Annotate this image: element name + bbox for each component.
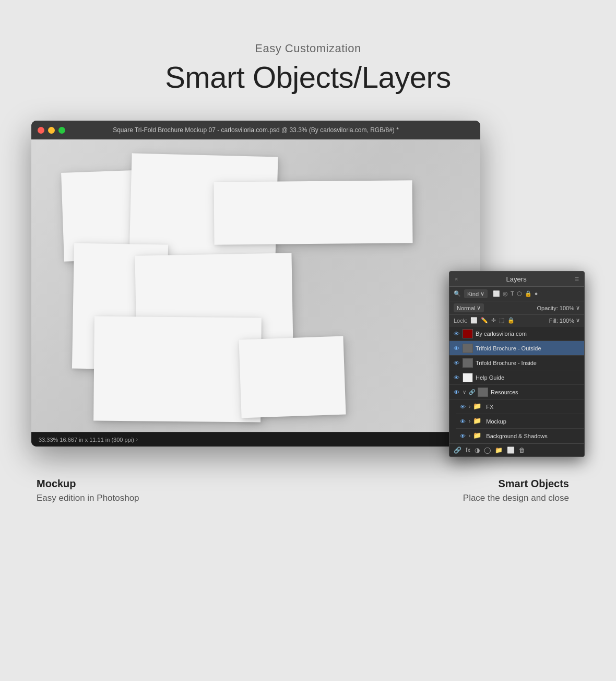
lock-checkerboard-icon[interactable]: ⬜ bbox=[470, 317, 478, 324]
folder-icon[interactable]: 📁 bbox=[495, 447, 503, 454]
layer-thumb-7: 📁 bbox=[473, 417, 483, 426]
bottom-section: Mockup Easy edition in Photoshop Smart O… bbox=[31, 478, 585, 503]
eye-icon-4: 👁 bbox=[454, 374, 459, 381]
photoshop-window: Square Tri-Fold Brochure Mockup 07 - car… bbox=[31, 121, 480, 447]
blend-mode-label: Normal bbox=[457, 305, 475, 311]
paper-mockup-7 bbox=[239, 336, 346, 418]
folder-expand-5[interactable]: ∨ bbox=[463, 389, 466, 395]
filter-kind-dropdown[interactable]: Kind ∨ bbox=[464, 289, 488, 298]
link-icon[interactable]: 🔗 bbox=[454, 447, 461, 454]
layer-row-8[interactable]: 👁 › 📁 Background & Shadows bbox=[456, 429, 584, 443]
layer-row-5[interactable]: 👁 ∨ 🔗 Resources bbox=[449, 385, 584, 400]
filter-smart-icon[interactable]: 🔒 bbox=[525, 290, 532, 297]
header-subtitle: Easy Customization bbox=[165, 42, 451, 55]
layer-name-6: FX bbox=[486, 404, 581, 410]
layer-thumb-1 bbox=[463, 329, 473, 338]
layer-visibility-6[interactable]: 👁 bbox=[459, 403, 466, 410]
paper-mockup-3 bbox=[214, 180, 412, 244]
layer-visibility-4[interactable]: 👁 bbox=[453, 374, 460, 381]
blend-mode-bar: Normal ∨ Opacity: 100% ∨ bbox=[449, 301, 584, 315]
smart-objects-info: Smart Objects Place the design and close bbox=[463, 478, 579, 503]
layer-visibility-7[interactable]: 👁 bbox=[459, 418, 466, 425]
filter-shape-icon[interactable]: ⬡ bbox=[517, 290, 522, 297]
eye-icon-6: 👁 bbox=[460, 404, 466, 410]
opacity-control[interactable]: Opacity: 100% ∨ bbox=[537, 304, 581, 311]
layer-visibility-5[interactable]: 👁 bbox=[453, 389, 460, 396]
folder-expand-8[interactable]: › bbox=[469, 433, 470, 439]
paper-mockup-6 bbox=[93, 316, 262, 422]
lock-brush-icon[interactable]: ✏️ bbox=[481, 317, 488, 324]
filter-adjustment-icon[interactable]: ◎ bbox=[503, 290, 508, 297]
fx-icon[interactable]: fx bbox=[466, 447, 470, 454]
filter-dot-icon[interactable]: ● bbox=[535, 290, 538, 297]
layer-thumb-4 bbox=[463, 373, 473, 382]
panel-close[interactable]: × bbox=[455, 276, 458, 282]
content-wrapper: Square Tri-Fold Brochure Mockup 07 - car… bbox=[31, 121, 585, 447]
eye-icon-8: 👁 bbox=[460, 433, 466, 439]
layer-name-8: Background & Shadows bbox=[486, 433, 581, 439]
new-layer-icon[interactable]: ⬜ bbox=[507, 447, 515, 454]
layer-row-3[interactable]: 👁 Trifold Brochure - Inside bbox=[449, 356, 584, 370]
layer-thumb-8: 📁 bbox=[473, 431, 483, 441]
titlebar: Square Tri-Fold Brochure Mockup 07 - car… bbox=[31, 121, 480, 139]
layer-row-7[interactable]: 👁 › 📁 Mockup bbox=[456, 414, 584, 429]
status-text: 33.33% 16.667 in x 11.11 in (300 ppi) bbox=[39, 437, 134, 443]
fill-label: Fill: bbox=[549, 318, 558, 324]
layers-footer: 🔗 fx ◑ ◯ 📁 ⬜ 🗑 bbox=[449, 443, 584, 456]
layer-visibility-2[interactable]: 👁 bbox=[453, 345, 460, 352]
window-title: Square Tri-Fold Brochure Mockup 07 - car… bbox=[113, 126, 399, 134]
eye-icon-7: 👁 bbox=[460, 418, 466, 425]
layer-visibility-1[interactable]: 👁 bbox=[453, 330, 460, 337]
lock-all-icon[interactable]: 🔒 bbox=[507, 317, 515, 324]
adjustment-icon[interactable]: ◑ bbox=[475, 447, 480, 454]
layer-row-1[interactable]: 👁 By carlosviloria.com bbox=[449, 326, 584, 341]
layer-thumb-6: 📁 bbox=[473, 402, 483, 412]
status-arrow: › bbox=[136, 437, 138, 442]
filter-kind-label: Kind bbox=[467, 291, 479, 297]
folder-expand-6[interactable]: › bbox=[469, 404, 470, 409]
layer-thumb-2 bbox=[463, 344, 473, 353]
window-controls bbox=[38, 127, 65, 134]
filter-kind-arrow: ∨ bbox=[480, 290, 484, 297]
minimize-button[interactable] bbox=[48, 127, 55, 134]
filter-bar: 🔍 Kind ∨ ⬜ ◎ T ⬡ 🔒 ● bbox=[449, 287, 584, 301]
maximize-button[interactable] bbox=[58, 127, 65, 134]
eye-icon-2: 👁 bbox=[454, 345, 459, 351]
eye-icon-1: 👁 bbox=[454, 331, 459, 337]
main-area: Square Tri-Fold Brochure Mockup 07 - car… bbox=[31, 121, 585, 503]
smart-objects-desc: Place the design and close bbox=[463, 493, 569, 503]
mask-circle-icon[interactable]: ◯ bbox=[484, 447, 491, 454]
search-icon: 🔍 bbox=[454, 290, 461, 297]
layer-thumb-5 bbox=[478, 388, 488, 397]
close-button[interactable] bbox=[38, 127, 44, 134]
fill-arrow: ∨ bbox=[576, 317, 580, 324]
folder-expand-7[interactable]: › bbox=[469, 418, 470, 424]
lock-artboard-icon[interactable]: ⬚ bbox=[499, 317, 504, 324]
filter-type-icon[interactable]: T bbox=[511, 290, 514, 297]
layer-row-6[interactable]: 👁 › 📁 FX bbox=[456, 400, 584, 414]
panel-menu-icon[interactable]: ≡ bbox=[575, 275, 579, 283]
fill-control[interactable]: Fill: 100% ∨ bbox=[549, 317, 580, 324]
smart-objects-title: Smart Objects bbox=[463, 478, 569, 490]
layer-name-7: Mockup bbox=[486, 418, 581, 425]
mockup-info: Mockup Easy edition in Photoshop bbox=[37, 478, 139, 503]
blend-mode-dropdown[interactable]: Normal ∨ bbox=[454, 303, 484, 312]
filter-icons: ⬜ ◎ T ⬡ 🔒 ● bbox=[493, 290, 538, 297]
lock-icon-5: 🔗 bbox=[469, 389, 475, 395]
header-title: Smart Objects/Layers bbox=[165, 60, 451, 95]
layer-name-5: Resources bbox=[491, 389, 581, 395]
lock-label: Lock: bbox=[454, 318, 467, 324]
delete-layer-icon[interactable]: 🗑 bbox=[519, 447, 525, 454]
layer-row-2[interactable]: 👁 Trifold Brochure - Outside bbox=[449, 341, 584, 356]
filter-pixel-icon[interactable]: ⬜ bbox=[493, 290, 500, 297]
layer-visibility-8[interactable]: 👁 bbox=[459, 432, 466, 440]
eye-icon-5: 👁 bbox=[454, 389, 459, 395]
lock-move-icon[interactable]: ✛ bbox=[491, 317, 496, 324]
layer-row-4[interactable]: 👁 Help Guide bbox=[449, 370, 584, 385]
opacity-label: Opacity: bbox=[537, 305, 558, 311]
layers-panel-header: × Layers ≡ bbox=[449, 272, 584, 287]
layer-visibility-3[interactable]: 👁 bbox=[453, 359, 460, 367]
footer-actions: 🔗 fx ◑ ◯ 📁 ⬜ 🗑 bbox=[454, 447, 525, 454]
blend-arrow: ∨ bbox=[477, 304, 481, 311]
layers-panel: × Layers ≡ 🔍 Kind ∨ ⬜ ◎ T ⬡ 🔒 ● bbox=[449, 271, 585, 457]
